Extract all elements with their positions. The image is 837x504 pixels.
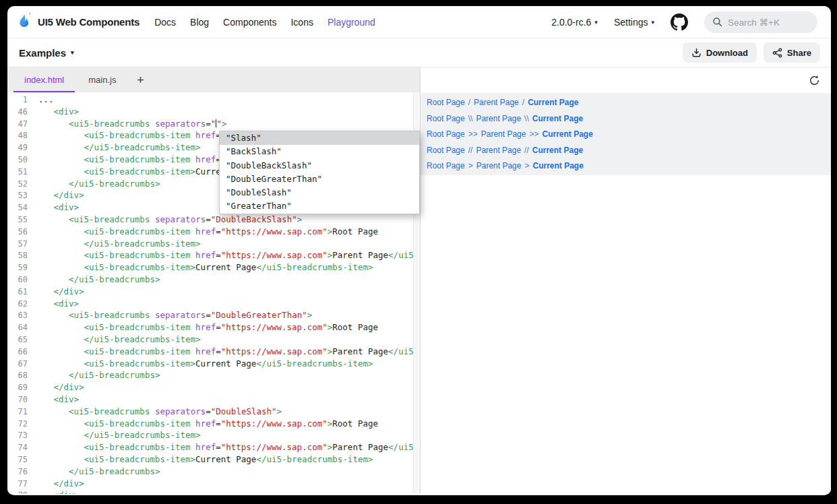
- line-number: 63: [7, 310, 28, 322]
- settings-label: Settings: [614, 17, 648, 28]
- autocomplete-option[interactable]: "DoubleBackSlash": [220, 159, 419, 172]
- add-tab-button[interactable]: +: [128, 67, 152, 92]
- breadcrumb-separator: >: [468, 161, 473, 170]
- breadcrumb-link-parent[interactable]: Parent Page: [476, 114, 521, 123]
- code-line-77[interactable]: 77</div>: [7, 478, 420, 490]
- line-number: 55: [7, 214, 28, 226]
- breadcrumb-separator: \\: [468, 114, 473, 123]
- breadcrumb-link-root[interactable]: Root Page: [427, 114, 465, 123]
- code-line-69[interactable]: 69</div>: [7, 381, 420, 393]
- code-line-62[interactable]: 62<div>: [7, 298, 420, 310]
- breadcrumb-current: Current Page: [532, 161, 583, 170]
- editor-tab-index.html[interactable]: index.html: [12, 67, 76, 92]
- breadcrumb-separator: >: [524, 161, 529, 170]
- github-link[interactable]: [671, 13, 688, 31]
- breadcrumb-link-parent[interactable]: Parent Page: [481, 129, 526, 139]
- breadcrumb-link-root[interactable]: Root Page: [427, 146, 465, 155]
- code-line-60[interactable]: 60</ui5-breadcrumbs>: [7, 274, 420, 286]
- line-number: 78: [7, 490, 28, 494]
- breadcrumb-link-root[interactable]: Root Page: [427, 129, 465, 139]
- breadcrumbs-preview: Root Page/Parent Page/Current PageRoot P…: [421, 93, 831, 175]
- line-number: 75: [7, 454, 28, 466]
- examples-label: Examples: [19, 47, 66, 59]
- code-line-56[interactable]: 56<ui5-breadcrumbs-item href="https://ww…: [7, 226, 420, 238]
- code-line-55[interactable]: 55<ui5-breadcrumbs separators="DoubleBac…: [7, 214, 420, 226]
- code-line-58[interactable]: 58<ui5-breadcrumbs-item href="https://ww…: [7, 249, 420, 261]
- code-line-71[interactable]: 71<ui5-breadcrumbs separators="DoubleSla…: [7, 406, 420, 418]
- breadcrumb-link-root[interactable]: Root Page: [427, 98, 465, 107]
- breadcrumb-separator: //: [524, 146, 529, 155]
- breadcrumb-link-parent[interactable]: Parent Page: [474, 98, 519, 107]
- github-icon: [671, 13, 688, 31]
- refresh-icon: [809, 75, 820, 86]
- breadcrumb-link-parent[interactable]: Parent Page: [476, 161, 522, 170]
- navbar-right: 2.0.0-rc.6 ▾ Settings ▾: [551, 11, 817, 33]
- line-number: 61: [7, 286, 28, 298]
- code-line-72[interactable]: 72<ui5-breadcrumbs-item href="https://ww…: [7, 418, 420, 430]
- search-input[interactable]: Search ⌘+K: [704, 11, 817, 33]
- code-line-76[interactable]: 76</ui5-breadcrumbs>: [7, 466, 420, 478]
- nav-link-playground[interactable]: Playground: [328, 17, 375, 28]
- search-placeholder: Search ⌘+K: [728, 17, 780, 28]
- code-line-61[interactable]: 61</div>: [7, 286, 420, 298]
- editor-tab-main.js[interactable]: main.js: [76, 67, 128, 92]
- nav-link-docs[interactable]: Docs: [154, 17, 176, 28]
- version-dropdown[interactable]: 2.0.0-rc.6 ▾: [551, 17, 598, 28]
- chevron-down-icon: ▾: [594, 19, 598, 26]
- line-number: 72: [7, 418, 28, 431]
- top-navbar: UI5 Web Components DocsBlogComponentsIco…: [7, 6, 831, 38]
- autocomplete-option[interactable]: "BackSlash": [220, 145, 419, 158]
- code-line-65[interactable]: 65</ui5-breadcrumbs-item>: [7, 334, 420, 346]
- share-button[interactable]: Share: [764, 42, 820, 63]
- code-line-59[interactable]: 59<ui5-breadcrumbs-item>Current Page</ui…: [7, 261, 420, 274]
- breadcrumb-link-root[interactable]: Root Page: [427, 161, 465, 170]
- code-line-68[interactable]: 68</ui5-breadcrumbs>: [7, 369, 420, 381]
- code-line-64[interactable]: 64<ui5-breadcrumbs-item href="https://ww…: [7, 321, 420, 334]
- line-number: 66: [7, 346, 28, 358]
- examples-dropdown[interactable]: Examples ▾: [19, 47, 74, 59]
- code-line-73[interactable]: 73</ui5-breadcrumbs-item>: [7, 429, 420, 441]
- code-line-75[interactable]: 75<ui5-breadcrumbs-item>Current Page</ui…: [7, 453, 420, 466]
- nav-link-components[interactable]: Components: [223, 17, 276, 28]
- line-number: 52: [7, 179, 28, 191]
- code-line-63[interactable]: 63<ui5-breadcrumbs separators="DoubleGre…: [7, 309, 420, 321]
- breadcrumb-row: Root Page//Parent Page//Current Page: [427, 143, 824, 159]
- line-number: 48: [7, 130, 28, 142]
- breadcrumb-current: Current Page: [528, 98, 578, 107]
- download-icon: [691, 48, 702, 58]
- line-number: 70: [7, 394, 28, 406]
- line-number: 65: [7, 334, 28, 346]
- code-line-1[interactable]: 1...: [7, 94, 420, 106]
- breadcrumb-row: Root Page\\Parent Page\\Current Page: [427, 111, 824, 127]
- line-number: 60: [7, 274, 28, 286]
- breadcrumb-row: Root Page/Parent Page/Current Page: [427, 95, 824, 111]
- code-line-70[interactable]: 70<div>: [7, 393, 420, 406]
- code-line-66[interactable]: 66<ui5-breadcrumbs-item href="https://ww…: [7, 346, 420, 358]
- line-number: 58: [7, 250, 28, 262]
- breadcrumb-separator: /: [522, 98, 524, 107]
- code-line-46[interactable]: 46<div>: [7, 106, 420, 118]
- autocomplete-option[interactable]: "DoubleSlash": [220, 186, 419, 199]
- code-line-74[interactable]: 74<ui5-breadcrumbs-item href="https://ww…: [7, 441, 420, 453]
- breadcrumb-row: Root Page>>Parent Page>>Current Page: [427, 127, 824, 143]
- nav-link-blog[interactable]: Blog: [190, 17, 209, 28]
- code-line-57[interactable]: 57</ui5-breadcrumbs-item>: [7, 238, 420, 250]
- code-line-67[interactable]: 67<ui5-breadcrumbs-item>Current Page</ui…: [7, 358, 420, 370]
- download-button[interactable]: Download: [683, 42, 757, 63]
- code-line-47[interactable]: 47<ui5-breadcrumbs separators="">: [7, 118, 420, 130]
- chevron-down-icon: ▾: [71, 49, 74, 56]
- brand-home-link[interactable]: UI5 Web Components: [17, 13, 140, 31]
- autocomplete-option[interactable]: "GreaterThan": [220, 199, 419, 213]
- nav-link-icons[interactable]: Icons: [290, 17, 313, 28]
- autocomplete-option[interactable]: "DoubleGreaterThan": [220, 172, 419, 186]
- app-window: UI5 Web Components DocsBlogComponentsIco…: [7, 6, 831, 495]
- line-number: 53: [7, 190, 28, 202]
- main-split: index.htmlmain.js+ 1...46<div>47<ui5-bre…: [7, 67, 831, 494]
- refresh-button[interactable]: [807, 73, 822, 88]
- line-number: 67: [7, 358, 28, 371]
- breadcrumb-link-parent[interactable]: Parent Page: [476, 146, 521, 155]
- code-line-78[interactable]: 78<div>: [7, 489, 420, 494]
- autocomplete-option[interactable]: "Slash": [220, 131, 419, 145]
- autocomplete-popup: "Slash""BackSlash""DoubleBackSlash""Doub…: [219, 131, 420, 214]
- settings-dropdown[interactable]: Settings ▾: [614, 17, 654, 28]
